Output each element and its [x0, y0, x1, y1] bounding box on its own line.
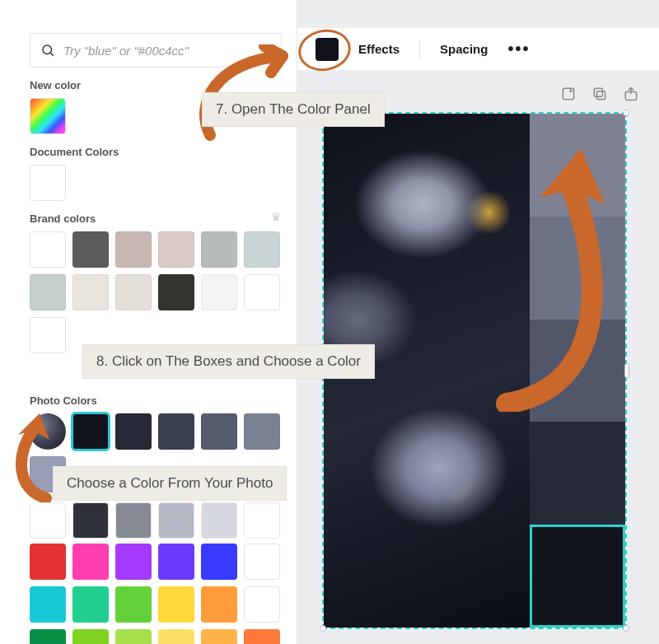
brand-color-swatch[interactable] — [115, 231, 152, 268]
default-color-swatch[interactable] — [115, 629, 152, 644]
color-swatch[interactable] — [201, 502, 237, 539]
resize-handle[interactable] — [624, 363, 629, 378]
search-icon — [40, 43, 55, 58]
palette-cell[interactable] — [530, 114, 625, 217]
color-swatch[interactable] — [158, 502, 194, 539]
default-color-swatch[interactable] — [158, 544, 194, 580]
default-color-swatch[interactable] — [201, 544, 237, 580]
brand-color-swatch[interactable] — [244, 274, 280, 310]
default-color-swatch[interactable] — [30, 586, 66, 623]
document-colors-label: Document Colors — [30, 146, 282, 158]
canvas-palette-strip — [530, 114, 625, 628]
default-color-swatch[interactable] — [72, 629, 109, 644]
default-color-swatch[interactable] — [244, 586, 280, 623]
svg-point-0 — [43, 45, 52, 54]
default-color-swatch[interactable] — [115, 586, 152, 623]
svg-rect-3 — [597, 91, 605, 100]
resize-handle[interactable] — [623, 110, 629, 116]
brand-color-swatch[interactable] — [30, 231, 66, 268]
brand-colors-row — [30, 231, 282, 268]
photo-color-swatch[interactable] — [201, 413, 237, 450]
palette-cell[interactable] — [530, 525, 625, 628]
more-icon[interactable]: ••• — [507, 40, 530, 58]
annotation-choose-photo: Choose a Color From Your Photo — [53, 466, 287, 501]
toolbar-divider — [419, 40, 420, 59]
photo-color-swatch[interactable] — [72, 413, 109, 450]
crown-icon: ♛ — [271, 210, 282, 223]
spacing-button[interactable]: Spacing — [438, 39, 489, 59]
photo-color-swatch[interactable] — [158, 413, 194, 450]
default-color-swatch[interactable] — [244, 544, 280, 580]
default-color-swatch[interactable] — [201, 586, 237, 623]
svg-line-1 — [50, 53, 53, 55]
color-swatch[interactable] — [244, 502, 280, 539]
default-color-swatch[interactable] — [158, 586, 194, 623]
canvas-actions — [560, 86, 639, 102]
text-toolbar: Effects Spacing ••• — [297, 28, 659, 71]
extra-colors-row — [30, 502, 282, 539]
default-color-swatch[interactable] — [244, 629, 280, 644]
svg-rect-4 — [594, 88, 602, 96]
palette-cell[interactable] — [530, 422, 625, 525]
new-color-label: New color — [30, 79, 282, 91]
brand-colors-row — [30, 274, 282, 310]
brand-color-swatch[interactable] — [30, 317, 66, 353]
color-swatch[interactable] — [72, 502, 109, 539]
brand-color-swatch[interactable] — [201, 231, 237, 268]
default-color-swatch[interactable] — [115, 544, 152, 580]
new-color-picker[interactable] — [30, 98, 66, 134]
palette-cell[interactable] — [530, 217, 625, 320]
default-color-swatch[interactable] — [158, 629, 194, 644]
default-color-swatch[interactable] — [30, 629, 66, 644]
photo-colors-label: Photo Colors — [30, 394, 282, 407]
default-color-swatch[interactable] — [201, 629, 237, 644]
share-icon[interactable] — [623, 86, 639, 102]
annotation-open-panel: 7. Open The Color Panel — [202, 92, 385, 127]
resize-handle[interactable] — [320, 625, 326, 632]
photo-color-swatch[interactable] — [115, 413, 152, 450]
photo-thumbnail-swatch[interactable] — [30, 413, 66, 450]
palette-cell[interactable] — [530, 320, 625, 422]
brand-color-swatch[interactable] — [30, 274, 66, 310]
default-color-swatch[interactable] — [72, 544, 109, 580]
default-color-swatch[interactable] — [30, 544, 66, 580]
annotation-click-boxes: 8. Click on The Boxes and Choose a Color — [82, 344, 375, 379]
brand-color-swatch[interactable] — [201, 274, 237, 310]
brand-color-swatch[interactable] — [72, 231, 109, 268]
document-colors-grid — [30, 165, 282, 201]
brand-color-swatch[interactable] — [244, 231, 280, 268]
brand-color-swatch[interactable] — [158, 231, 194, 268]
color-swatch[interactable] — [30, 502, 66, 539]
notes-icon[interactable] — [560, 86, 577, 102]
effects-button[interactable]: Effects — [357, 39, 401, 59]
document-color-swatch[interactable] — [30, 165, 66, 201]
default-colors-grid — [30, 544, 282, 644]
svg-rect-2 — [563, 88, 573, 99]
brand-color-swatch[interactable] — [158, 274, 194, 310]
color-swatch[interactable] — [115, 502, 152, 539]
default-color-swatch[interactable] — [72, 586, 109, 623]
brand-color-swatch[interactable] — [115, 274, 152, 310]
toolbar-color-chip[interactable] — [315, 38, 339, 61]
color-search[interactable] — [30, 33, 282, 68]
photo-color-swatch[interactable] — [244, 413, 280, 450]
copy-icon[interactable] — [591, 86, 608, 102]
brand-colors-label: Brand colors — [30, 212, 96, 225]
brand-color-swatch[interactable] — [72, 274, 109, 310]
search-input[interactable] — [63, 44, 271, 58]
resize-handle[interactable] — [623, 625, 629, 632]
